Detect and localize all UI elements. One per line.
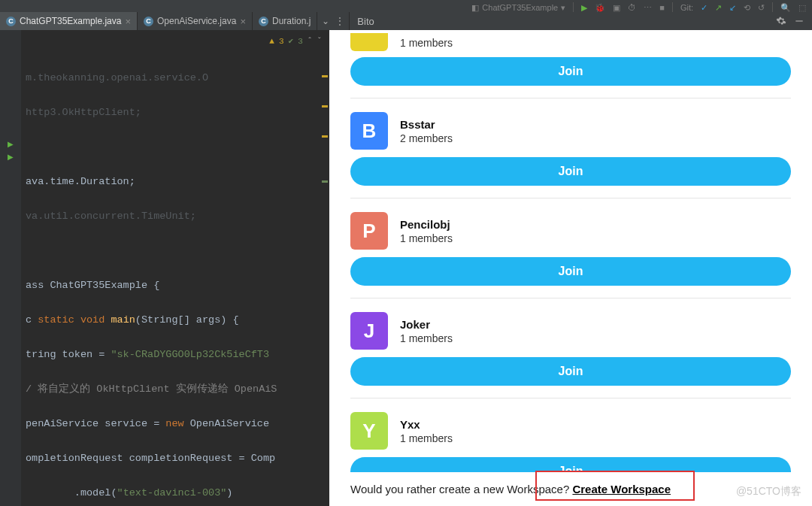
profile-icon[interactable]: ⏱: [628, 3, 636, 12]
editor-tabs: C ChatGPT35Example.java × C OpenAiServic…: [0, 12, 349, 30]
separator: [350, 198, 791, 198]
java-class-icon: C: [259, 17, 268, 26]
tab-label: Duration.j: [272, 16, 311, 26]
tab-label: OpenAiService.java: [157, 16, 236, 26]
inspection-summary[interactable]: ▲3 ✔3 ˆˇ: [269, 33, 322, 50]
separator: [350, 298, 791, 298]
editor-gutter: ▶ ▶: [0, 30, 21, 506]
search-icon[interactable]: 🔍: [780, 3, 791, 13]
workspace-avatar: B: [350, 112, 388, 150]
tab-duration[interactable]: C Duration.j: [253, 12, 317, 30]
workspace-members: 1 members: [400, 332, 453, 344]
tab-chatgpt35example[interactable]: C ChatGPT35Example.java ×: [0, 12, 138, 30]
workspace-name: Joker: [400, 318, 453, 331]
debug-icon[interactable]: 🐞: [595, 3, 605, 13]
workspace-name: Bsstar: [400, 118, 453, 131]
chevron-down-icon[interactable]: ⌄: [322, 16, 329, 26]
join-button[interactable]: Join: [350, 357, 791, 386]
run-config-selector[interactable]: ◧ ChatGPT35Example ▾: [471, 3, 565, 13]
editor-marker-strip[interactable]: [320, 30, 329, 506]
code-editor[interactable]: ▲3 ✔3 ˆˇ m.theokanning.openai.service.O …: [21, 30, 329, 506]
workspace-name: Yxx: [400, 418, 453, 431]
workspace-list[interactable]: B1 membersJoinBBsstar2 membersJoinPPenci…: [350, 30, 791, 472]
workspace-members: 1 members: [400, 432, 453, 444]
git-update-icon[interactable]: ✓: [701, 3, 707, 13]
workspace-item: B1 membersJoin: [350, 30, 791, 98]
bito-titlebar: Bito: [349, 12, 812, 30]
toolbar: ◧ ChatGPT35Example ▾ ▶ 🐞 ▣ ⏱ ⋯ ■ Git: ✓ …: [0, 3, 812, 12]
workspace-name: Pencilobj: [400, 218, 453, 231]
run-config-label: ChatGPT35Example: [482, 3, 558, 12]
coverage-icon[interactable]: ▣: [613, 3, 620, 13]
ide-settings-icon[interactable]: ⬚: [798, 3, 806, 13]
footer-text: Would you rather create a new Workspace?: [350, 483, 572, 495]
minimize-icon[interactable]: [794, 16, 804, 26]
bito-title: Bito: [357, 16, 374, 27]
workspace-avatar: Y: [350, 412, 388, 450]
workspace-item: BBsstar2 membersJoin: [350, 108, 791, 198]
main-split: ▶ ▶ ▲3 ✔3 ˆˇ m.theokanning.openai.servic…: [0, 30, 812, 506]
git-push-icon[interactable]: ↗: [715, 3, 722, 13]
gear-icon[interactable]: [776, 16, 786, 26]
java-class-icon: C: [6, 17, 16, 26]
tab-openaiservice[interactable]: C OpenAiService.java ×: [138, 12, 253, 30]
separator: [350, 398, 791, 398]
workspace-avatar: J: [350, 312, 388, 350]
join-button[interactable]: Join: [350, 457, 791, 472]
join-button[interactable]: Join: [350, 257, 791, 286]
tab-label: ChatGPT35Example.java: [20, 16, 121, 26]
workspace-avatar: B: [350, 33, 388, 51]
workspace-footer: Would you rather create a new Workspace?…: [350, 472, 791, 497]
git-label: Git:: [680, 3, 693, 12]
separator: [350, 98, 791, 98]
join-button[interactable]: Join: [350, 157, 791, 186]
workspace-item: JJoker1 membersJoin: [350, 308, 791, 398]
git-pull-icon[interactable]: ↙: [729, 3, 736, 13]
workspace-item: PPencilobj1 membersJoin: [350, 208, 791, 298]
create-workspace-link[interactable]: Create Workspace: [572, 483, 671, 495]
java-class-icon: C: [144, 17, 153, 26]
workspace-members: 2 members: [400, 132, 453, 144]
run-icon[interactable]: ▶: [581, 3, 587, 13]
workspace-members: 1 members: [400, 37, 453, 49]
git-revert-icon[interactable]: ↺: [758, 3, 765, 13]
tabs-more-icon[interactable]: ⋮: [335, 16, 344, 26]
workspace-item: YYxx1 membersJoin: [350, 408, 791, 472]
close-icon[interactable]: ×: [125, 17, 131, 26]
run-line-icon[interactable]: ▶: [8, 153, 14, 161]
run-line-icon[interactable]: ▶: [8, 140, 14, 148]
join-button[interactable]: Join: [350, 57, 791, 86]
workspace-members: 1 members: [400, 232, 453, 244]
close-icon[interactable]: ×: [240, 17, 246, 26]
git-history-icon[interactable]: ⟲: [744, 3, 750, 13]
tabs-row: C ChatGPT35Example.java × C OpenAiServic…: [0, 12, 812, 30]
more-run-icon[interactable]: ⋯: [644, 3, 652, 13]
stop-icon[interactable]: ■: [659, 3, 665, 12]
bito-panel: B1 membersJoinBBsstar2 membersJoinPPenci…: [329, 30, 812, 506]
workspace-avatar: P: [350, 212, 388, 250]
